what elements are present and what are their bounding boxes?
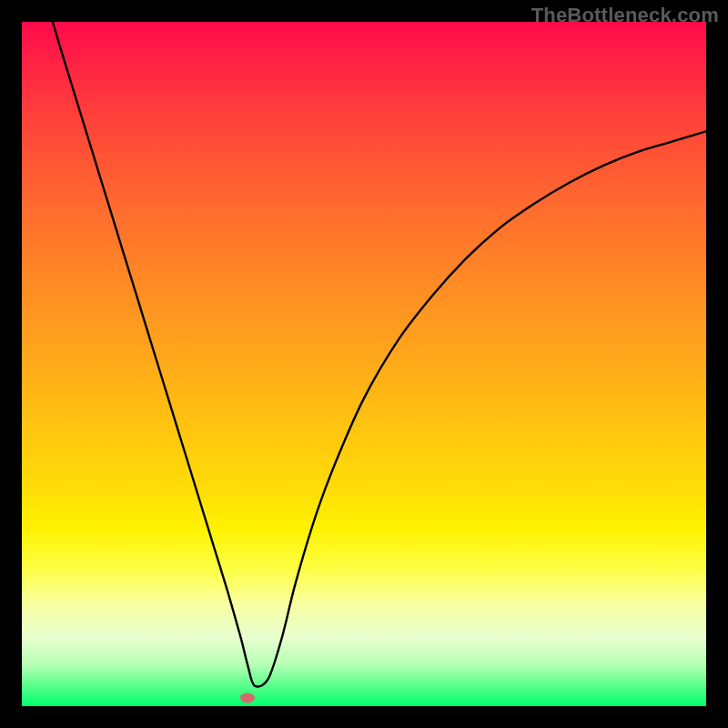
chart-container: TheBottleneck.com <box>0 0 728 728</box>
optimum-marker <box>240 693 255 703</box>
plot-area <box>22 22 706 706</box>
bottleneck-curve <box>22 22 706 706</box>
